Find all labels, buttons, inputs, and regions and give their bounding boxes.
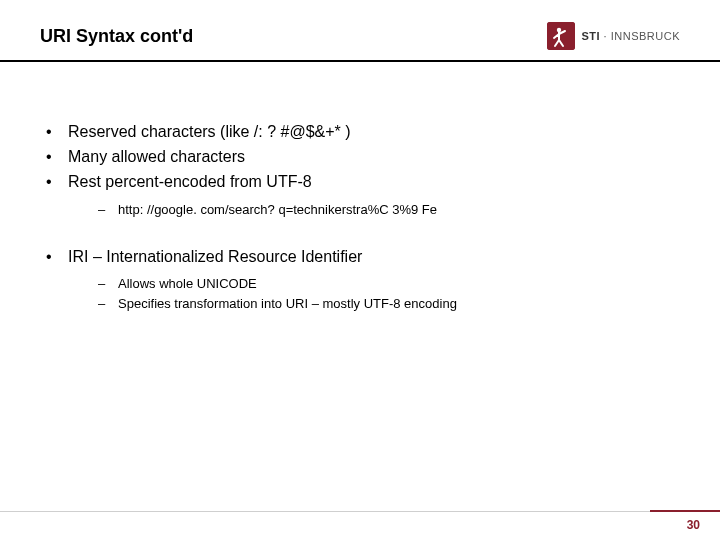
logo-sep: · xyxy=(600,30,611,42)
logo-brand: STI xyxy=(581,30,600,42)
bullet-text: Allows whole UNICODE xyxy=(118,276,257,291)
footer-line-accent xyxy=(650,510,720,512)
slide: URI Syntax cont'd STI · INNSBRUCK Reserv… xyxy=(0,0,720,540)
content: Reserved characters (like /: ? #@$&+* ) … xyxy=(40,62,680,313)
list-item: Allows whole UNICODE xyxy=(96,274,680,294)
bullet-text: Reserved characters (like /: ? #@$&+* ) xyxy=(68,123,351,140)
list-item: Rest percent-encoded from UTF-8 http: //… xyxy=(42,170,680,219)
page-title: URI Syntax cont'd xyxy=(40,26,193,47)
svg-rect-0 xyxy=(547,22,575,50)
list-item: Many allowed characters xyxy=(42,145,680,168)
logo-icon xyxy=(547,22,575,50)
bullet-list: Reserved characters (like /: ? #@$&+* ) … xyxy=(42,120,680,219)
sub-list: http: //google. com/search? q=technikers… xyxy=(68,200,680,220)
page-number: 30 xyxy=(687,518,700,532)
bullet-list: IRI – Internationalized Resource Identif… xyxy=(42,245,680,313)
list-item: IRI – Internationalized Resource Identif… xyxy=(42,245,680,313)
bullet-text: Many allowed characters xyxy=(68,148,245,165)
sub-list: Allows whole UNICODE Specifies transform… xyxy=(68,274,680,313)
footer-line-grey xyxy=(0,511,650,512)
bullet-text: IRI – Internationalized Resource Identif… xyxy=(68,248,362,265)
list-item: Specifies transformation into URI – most… xyxy=(96,294,680,314)
bullet-text: Rest percent-encoded from UTF-8 xyxy=(68,173,312,190)
list-item: http: //google. com/search? q=technikers… xyxy=(96,200,680,220)
bullet-text: Specifies transformation into URI – most… xyxy=(118,296,457,311)
header: URI Syntax cont'd STI · INNSBRUCK xyxy=(40,22,680,60)
spacer xyxy=(42,231,680,245)
bullet-text: http: //google. com/search? q=technikers… xyxy=(118,202,437,217)
footer-divider xyxy=(0,510,720,512)
logo-city: INNSBRUCK xyxy=(611,30,680,42)
list-item: Reserved characters (like /: ? #@$&+* ) xyxy=(42,120,680,143)
logo: STI · INNSBRUCK xyxy=(547,22,680,50)
logo-text: STI · INNSBRUCK xyxy=(581,30,680,42)
